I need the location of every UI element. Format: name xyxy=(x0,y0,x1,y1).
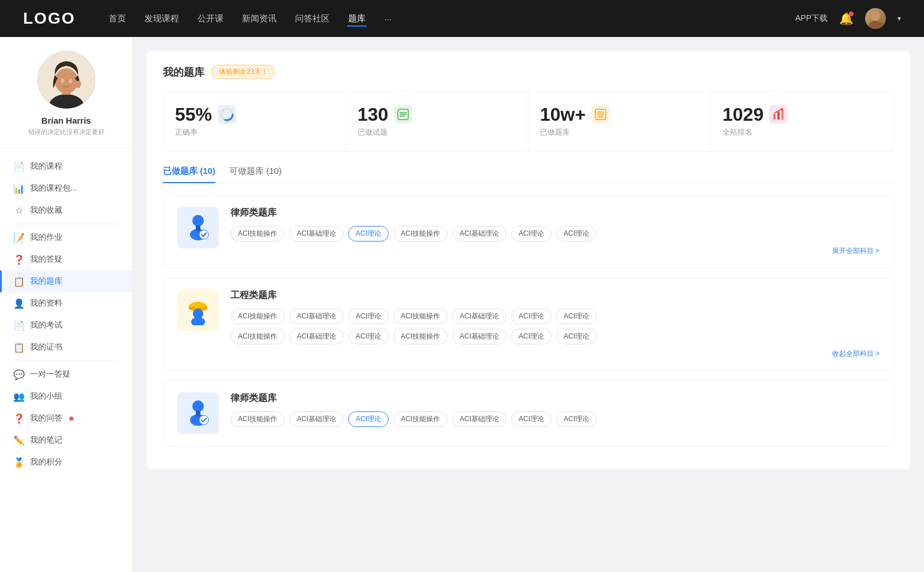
sidebar-item-one-on-one[interactable]: 💬 一对一答疑 xyxy=(0,363,132,385)
eng-tag-6[interactable]: ACI理论 xyxy=(511,309,552,324)
sidebar-item-my-qa[interactable]: ❓ 我的问答 xyxy=(0,407,132,429)
eng-tag-9[interactable]: ACI基础理论 xyxy=(289,329,344,344)
stat-top: 130 xyxy=(357,105,412,124)
user-avatar[interactable] xyxy=(865,8,886,29)
eng-tag-13[interactable]: ACI理论 xyxy=(511,329,552,344)
tab-available-banks[interactable]: 可做题库 (10) xyxy=(229,166,282,183)
tags-row-engineer-1: ACI技能操作 ACI基础理论 ACI理论 ACI技能操作 ACI基础理论 AC… xyxy=(230,309,880,324)
nav-links: 首页 发现课程 公开课 新闻资讯 问答社区 题库 ··· xyxy=(107,11,777,27)
sidebar-avatar-image xyxy=(38,51,95,109)
tag-3-active[interactable]: ACI理论 xyxy=(348,226,389,242)
logo[interactable]: LOGO xyxy=(23,9,75,28)
user-menu-chevron[interactable]: ▾ xyxy=(897,14,901,23)
points-icon: 🏅 xyxy=(14,457,24,467)
sidebar-item-notes[interactable]: ✏️ 我的笔记 xyxy=(0,429,132,451)
qbank-content-engineer: 工程类题库 ACI技能操作 ACI基础理论 ACI理论 ACI技能操作 ACI基… xyxy=(230,289,880,359)
sidebar-profile: Brian Harris 错误的决定比没有决定要好 xyxy=(0,51,132,148)
sidebar-item-label: 一对一答疑 xyxy=(30,369,70,380)
my-qa-icon: ❓ xyxy=(14,413,24,424)
tags-row-lawyer-1: ACI技能操作 ACI基础理论 ACI理论 ACI技能操作 ACI基础理论 AC… xyxy=(230,226,880,242)
lawyer-icon xyxy=(177,207,219,248)
tag-4[interactable]: ACI技能操作 xyxy=(393,226,448,242)
eng-tag-7[interactable]: ACI理论 xyxy=(556,309,597,324)
eng-tag-11[interactable]: ACI技能操作 xyxy=(393,329,448,344)
sidebar-item-certificate[interactable]: 📋 我的证书 xyxy=(0,336,132,358)
divider1 xyxy=(14,224,118,224)
nav-news[interactable]: 新闻资讯 xyxy=(241,11,278,27)
sidebar-item-course[interactable]: 📄 我的课程 xyxy=(0,155,132,177)
sidebar-item-label: 我的资料 xyxy=(30,298,62,309)
navbar-right: APP下载 🔔 ▾ xyxy=(795,8,901,29)
nav-discover[interactable]: 发现课程 xyxy=(143,11,180,27)
divider2 xyxy=(14,361,118,361)
sidebar-user-name: Brian Harris xyxy=(42,116,91,125)
sidebar-avatar xyxy=(38,51,95,109)
eng-tag-12[interactable]: ACI基础理论 xyxy=(452,329,506,344)
sidebar-item-points[interactable]: 🏅 我的积分 xyxy=(0,451,132,473)
nav-question-bank[interactable]: 题库 xyxy=(347,11,367,27)
l2-tag-3-active[interactable]: ACI理论 xyxy=(348,411,389,427)
collapse-link-engineer[interactable]: 收起全部科目 > xyxy=(230,349,880,359)
sidebar-item-group[interactable]: 👥 我的小组 xyxy=(0,385,132,407)
sidebar-item-question-bank[interactable]: 📋 我的题库 xyxy=(0,270,132,292)
notification-bell[interactable]: 🔔 xyxy=(839,12,854,25)
tag-5[interactable]: ACI基础理论 xyxy=(452,226,506,242)
engineer-icon xyxy=(177,289,219,331)
sidebar-item-exam[interactable]: 📄 我的考试 xyxy=(0,314,132,336)
page-header: 我的题库 体验剩余23天！ xyxy=(163,65,894,79)
svg-rect-34 xyxy=(196,411,200,417)
eng-tag-2[interactable]: ACI基础理论 xyxy=(289,309,344,324)
svg-point-23 xyxy=(192,215,204,226)
sidebar-item-profile[interactable]: 👤 我的资料 xyxy=(0,292,132,314)
l2-tag-4[interactable]: ACI技能操作 xyxy=(393,411,448,427)
lawyer-icon-2 xyxy=(177,392,219,434)
stat-label-rank: 全站排名 xyxy=(722,127,752,138)
homework-icon: 📝 xyxy=(14,232,24,243)
eng-tag-1[interactable]: ACI技能操作 xyxy=(230,309,285,324)
svg-rect-29 xyxy=(193,303,203,308)
tag-2[interactable]: ACI基础理论 xyxy=(289,226,344,242)
eng-tag-14[interactable]: ACI理论 xyxy=(556,329,597,344)
course-pack-icon: 📊 xyxy=(14,183,24,194)
qbank-title-lawyer-1: 律师类题库 xyxy=(230,207,880,219)
nav-more[interactable]: ··· xyxy=(383,12,393,26)
sidebar-item-label: 我的小组 xyxy=(30,391,62,402)
tag-6[interactable]: ACI理论 xyxy=(511,226,552,242)
tabs: 已做题库 (10) 可做题库 (10) xyxy=(163,166,894,183)
svg-rect-20 xyxy=(773,114,776,120)
sidebar-item-qa[interactable]: ❓ 我的答疑 xyxy=(0,248,132,270)
eng-tag-8[interactable]: ACI技能操作 xyxy=(230,329,285,344)
l2-tag-5[interactable]: ACI基础理论 xyxy=(452,411,506,427)
sidebar-item-label: 我的考试 xyxy=(30,320,62,330)
svg-rect-21 xyxy=(777,112,780,120)
eng-tag-10[interactable]: ACI理论 xyxy=(348,329,389,344)
app-download-btn[interactable]: APP下载 xyxy=(795,13,828,24)
notes-icon: ✏️ xyxy=(14,435,24,445)
eng-tag-3[interactable]: ACI理论 xyxy=(348,309,389,324)
nav-qa[interactable]: 问答社区 xyxy=(294,11,331,27)
l2-tag-6[interactable]: ACI理论 xyxy=(511,411,552,427)
group-icon: 👥 xyxy=(14,391,24,402)
stat-done-questions: 130 已做试题 xyxy=(346,91,528,151)
l2-tag-1[interactable]: ACI技能操作 xyxy=(230,411,285,427)
tags-row-lawyer-2: ACI技能操作 ACI基础理论 ACI理论 ACI技能操作 ACI基础理论 AC… xyxy=(230,411,880,427)
nav-home[interactable]: 首页 xyxy=(107,11,127,27)
trial-badge: 体验剩余23天！ xyxy=(211,65,275,79)
l2-tag-2[interactable]: ACI基础理论 xyxy=(289,411,344,427)
qbank-card-lawyer-2: 律师类题库 ACI技能操作 ACI基础理论 ACI理论 ACI技能操作 ACI基… xyxy=(163,380,894,446)
eng-tag-4[interactable]: ACI技能操作 xyxy=(393,309,448,324)
nav-open-course[interactable]: 公开课 xyxy=(196,11,225,27)
eng-tag-5[interactable]: ACI基础理论 xyxy=(452,309,506,324)
svg-point-6 xyxy=(55,68,78,94)
expand-link-lawyer-1[interactable]: 展开全部科目 > xyxy=(230,246,880,256)
favorites-icon: ☆ xyxy=(14,205,24,216)
sidebar-item-label: 我的题库 xyxy=(30,276,62,287)
sidebar-item-favorites[interactable]: ☆ 我的收藏 xyxy=(0,199,132,221)
tab-done-banks[interactable]: 已做题库 (10) xyxy=(163,166,215,183)
sidebar-item-homework[interactable]: 📝 我的作业 xyxy=(0,226,132,248)
sidebar-item-course-pack[interactable]: 📊 我的课程包... xyxy=(0,177,132,199)
l2-tag-7[interactable]: ACI理论 xyxy=(556,411,597,427)
navbar: LOGO 首页 发现课程 公开课 新闻资讯 问答社区 题库 ··· APP下载 … xyxy=(0,0,924,37)
tag-7[interactable]: ACI理论 xyxy=(556,226,597,242)
tag-1[interactable]: ACI技能操作 xyxy=(230,226,285,242)
